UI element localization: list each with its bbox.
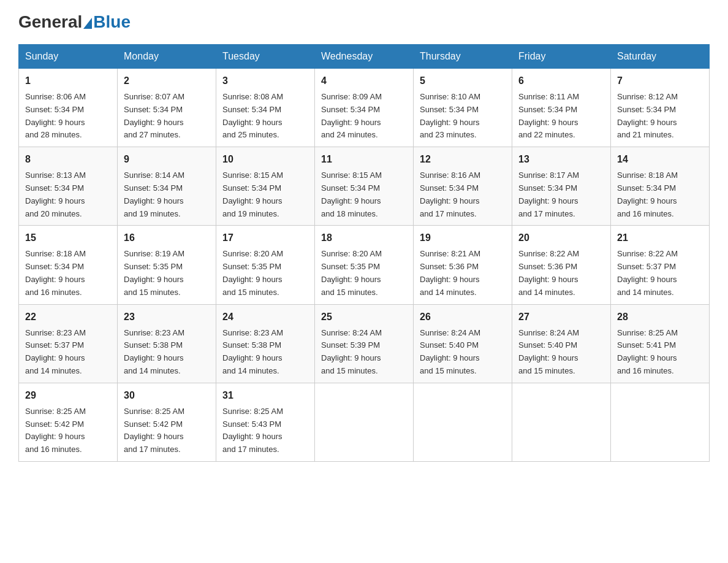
day-number: 30 [124, 388, 210, 403]
calendar-day-cell: 17 Sunrise: 8:20 AMSunset: 5:35 PMDaylig… [216, 226, 315, 304]
day-info: Sunrise: 8:07 AMSunset: 5:34 PMDaylight:… [124, 92, 184, 139]
day-info: Sunrise: 8:20 AMSunset: 5:35 PMDaylight:… [222, 249, 283, 296]
day-number: 28 [617, 310, 703, 324]
day-number: 24 [222, 310, 308, 324]
calendar-day-cell [315, 383, 414, 461]
calendar-day-cell: 3 Sunrise: 8:08 AMSunset: 5:34 PMDayligh… [216, 69, 315, 147]
logo-general-text: General [18, 12, 82, 32]
logo-triangle-icon [83, 18, 92, 29]
calendar-day-cell: 23 Sunrise: 8:23 AMSunset: 5:38 PMDaylig… [118, 304, 216, 383]
day-number: 8 [25, 152, 111, 167]
calendar-day-cell: 27 Sunrise: 8:24 AMSunset: 5:40 PMDaylig… [512, 304, 611, 383]
day-info: Sunrise: 8:19 AMSunset: 5:35 PMDaylight:… [124, 249, 184, 296]
day-number: 25 [321, 310, 407, 324]
calendar-week-row: 29 Sunrise: 8:25 AMSunset: 5:42 PMDaylig… [19, 383, 710, 461]
calendar-day-cell: 28 Sunrise: 8:25 AMSunset: 5:41 PMDaylig… [611, 304, 710, 383]
day-number: 20 [518, 231, 604, 245]
day-info: Sunrise: 8:15 AMSunset: 5:34 PMDaylight:… [222, 170, 283, 218]
calendar-day-cell: 1 Sunrise: 8:06 AMSunset: 5:34 PMDayligh… [19, 69, 118, 147]
calendar-day-cell: 24 Sunrise: 8:23 AMSunset: 5:38 PMDaylig… [216, 304, 315, 383]
day-info: Sunrise: 8:25 AMSunset: 5:41 PMDaylight:… [617, 328, 678, 375]
calendar-day-cell: 14 Sunrise: 8:18 AMSunset: 5:34 PMDaylig… [611, 147, 710, 226]
calendar-header-row: Sunday Monday Tuesday Wednesday Thursday… [19, 45, 710, 69]
day-number: 27 [518, 310, 604, 324]
calendar-day-cell: 30 Sunrise: 8:25 AMSunset: 5:42 PMDaylig… [118, 383, 216, 461]
day-number: 13 [518, 152, 604, 167]
day-info: Sunrise: 8:20 AMSunset: 5:35 PMDaylight:… [321, 249, 382, 296]
calendar-day-cell: 20 Sunrise: 8:22 AMSunset: 5:36 PMDaylig… [512, 226, 611, 304]
col-saturday: Saturday [611, 45, 710, 69]
col-monday: Monday [118, 45, 216, 69]
day-info: Sunrise: 8:25 AMSunset: 5:42 PMDaylight:… [25, 407, 86, 454]
calendar-day-cell [414, 383, 512, 461]
day-number: 29 [25, 388, 111, 403]
day-info: Sunrise: 8:17 AMSunset: 5:34 PMDaylight:… [518, 170, 579, 218]
calendar-day-cell: 4 Sunrise: 8:09 AMSunset: 5:34 PMDayligh… [315, 69, 414, 147]
day-number: 12 [420, 152, 506, 167]
day-info: Sunrise: 8:06 AMSunset: 5:34 PMDaylight:… [25, 92, 86, 139]
calendar-day-cell: 19 Sunrise: 8:21 AMSunset: 5:36 PMDaylig… [414, 226, 512, 304]
day-info: Sunrise: 8:12 AMSunset: 5:34 PMDaylight:… [617, 92, 678, 139]
calendar-day-cell: 25 Sunrise: 8:24 AMSunset: 5:39 PMDaylig… [315, 304, 414, 383]
day-number: 7 [617, 74, 703, 88]
day-info: Sunrise: 8:24 AMSunset: 5:40 PMDaylight:… [518, 328, 579, 375]
calendar-day-cell: 22 Sunrise: 8:23 AMSunset: 5:37 PMDaylig… [19, 304, 118, 383]
day-info: Sunrise: 8:08 AMSunset: 5:34 PMDaylight:… [222, 92, 283, 139]
day-number: 26 [420, 310, 506, 324]
calendar-day-cell [611, 383, 710, 461]
calendar-day-cell: 12 Sunrise: 8:16 AMSunset: 5:34 PMDaylig… [414, 147, 512, 226]
day-number: 18 [321, 231, 407, 245]
calendar-week-row: 8 Sunrise: 8:13 AMSunset: 5:34 PMDayligh… [19, 147, 710, 226]
calendar-day-cell: 16 Sunrise: 8:19 AMSunset: 5:35 PMDaylig… [118, 226, 216, 304]
calendar-day-cell: 18 Sunrise: 8:20 AMSunset: 5:35 PMDaylig… [315, 226, 414, 304]
logo-blue-text: Blue [93, 12, 131, 32]
day-number: 5 [420, 74, 506, 88]
col-wednesday: Wednesday [315, 45, 414, 69]
col-sunday: Sunday [19, 45, 118, 69]
day-info: Sunrise: 8:14 AMSunset: 5:34 PMDaylight:… [124, 170, 184, 218]
day-number: 4 [321, 74, 407, 88]
day-info: Sunrise: 8:25 AMSunset: 5:43 PMDaylight:… [222, 407, 283, 454]
day-number: 14 [617, 152, 703, 167]
day-info: Sunrise: 8:23 AMSunset: 5:38 PMDaylight:… [124, 328, 184, 375]
calendar-day-cell: 31 Sunrise: 8:25 AMSunset: 5:43 PMDaylig… [216, 383, 315, 461]
calendar-week-row: 1 Sunrise: 8:06 AMSunset: 5:34 PMDayligh… [19, 69, 710, 147]
calendar-day-cell: 6 Sunrise: 8:11 AMSunset: 5:34 PMDayligh… [512, 69, 611, 147]
calendar-day-cell: 2 Sunrise: 8:07 AMSunset: 5:34 PMDayligh… [118, 69, 216, 147]
calendar-day-cell: 26 Sunrise: 8:24 AMSunset: 5:40 PMDaylig… [414, 304, 512, 383]
calendar-day-cell: 5 Sunrise: 8:10 AMSunset: 5:34 PMDayligh… [414, 69, 512, 147]
day-number: 11 [321, 152, 407, 167]
day-number: 17 [222, 231, 308, 245]
calendar-day-cell: 11 Sunrise: 8:15 AMSunset: 5:34 PMDaylig… [315, 147, 414, 226]
day-info: Sunrise: 8:18 AMSunset: 5:34 PMDaylight:… [617, 170, 678, 218]
day-info: Sunrise: 8:15 AMSunset: 5:34 PMDaylight:… [321, 170, 382, 218]
day-info: Sunrise: 8:11 AMSunset: 5:34 PMDaylight:… [518, 92, 579, 139]
day-number: 3 [222, 74, 308, 88]
day-info: Sunrise: 8:18 AMSunset: 5:34 PMDaylight:… [25, 249, 86, 296]
calendar-day-cell: 8 Sunrise: 8:13 AMSunset: 5:34 PMDayligh… [19, 147, 118, 226]
page-header: General Blue [18, 12, 710, 32]
calendar-day-cell: 29 Sunrise: 8:25 AMSunset: 5:42 PMDaylig… [19, 383, 118, 461]
day-info: Sunrise: 8:24 AMSunset: 5:40 PMDaylight:… [420, 328, 480, 375]
day-number: 23 [124, 310, 210, 324]
calendar-table: Sunday Monday Tuesday Wednesday Thursday… [18, 44, 710, 462]
calendar-week-row: 22 Sunrise: 8:23 AMSunset: 5:37 PMDaylig… [19, 304, 710, 383]
day-info: Sunrise: 8:21 AMSunset: 5:36 PMDaylight:… [420, 249, 480, 296]
day-info: Sunrise: 8:09 AMSunset: 5:34 PMDaylight:… [321, 92, 382, 139]
day-info: Sunrise: 8:23 AMSunset: 5:37 PMDaylight:… [25, 328, 86, 375]
day-info: Sunrise: 8:13 AMSunset: 5:34 PMDaylight:… [25, 170, 86, 218]
logo: General Blue [18, 12, 131, 32]
day-info: Sunrise: 8:16 AMSunset: 5:34 PMDaylight:… [420, 170, 480, 218]
day-number: 21 [617, 231, 703, 245]
day-info: Sunrise: 8:23 AMSunset: 5:38 PMDaylight:… [222, 328, 283, 375]
calendar-day-cell: 7 Sunrise: 8:12 AMSunset: 5:34 PMDayligh… [611, 69, 710, 147]
day-number: 22 [25, 310, 111, 324]
day-number: 1 [25, 74, 111, 88]
day-info: Sunrise: 8:24 AMSunset: 5:39 PMDaylight:… [321, 328, 382, 375]
day-number: 15 [25, 231, 111, 245]
calendar-day-cell: 10 Sunrise: 8:15 AMSunset: 5:34 PMDaylig… [216, 147, 315, 226]
day-info: Sunrise: 8:22 AMSunset: 5:36 PMDaylight:… [518, 249, 579, 296]
day-number: 9 [124, 152, 210, 167]
day-info: Sunrise: 8:22 AMSunset: 5:37 PMDaylight:… [617, 249, 678, 296]
day-number: 16 [124, 231, 210, 245]
